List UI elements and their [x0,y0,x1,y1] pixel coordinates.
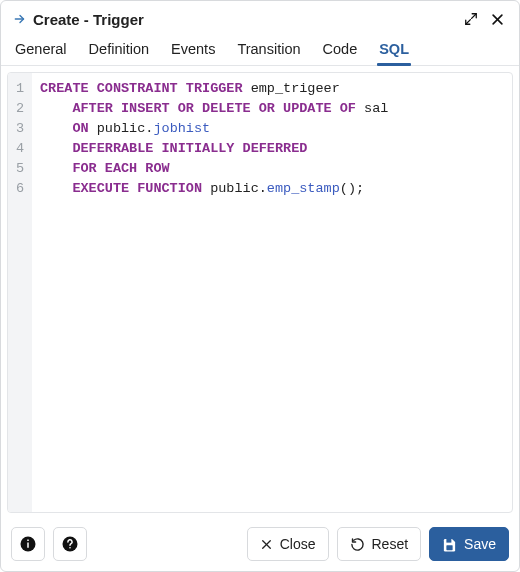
line-gutter: 123456 [8,73,32,512]
help-button[interactable] [53,527,87,561]
tab-definition[interactable]: Definition [89,35,149,65]
close-icon [260,538,273,551]
expand-button[interactable] [461,9,481,29]
tab-events[interactable]: Events [171,35,215,65]
svg-rect-6 [27,543,29,548]
line-number: 2 [14,99,24,119]
arrow-right-icon [13,12,27,26]
code-line: CREATE CONSTRAINT TRIGGER emp_trigeer [40,79,504,99]
svg-rect-13 [446,545,452,550]
create-trigger-dialog: Create - Trigger GeneralDefinitionEvents… [0,0,520,572]
save-icon [442,537,457,552]
svg-point-9 [69,547,71,549]
line-number: 5 [14,159,24,179]
code-line: AFTER INSERT OR DELETE OR UPDATE OF sal [40,99,504,119]
line-number: 6 [14,179,24,199]
svg-line-1 [472,14,477,19]
svg-rect-7 [27,540,29,542]
close-label: Close [280,536,316,552]
tab-code[interactable]: Code [323,35,358,65]
tabs: GeneralDefinitionEventsTransitionCodeSQL [1,35,519,66]
close-window-button[interactable] [487,9,507,29]
save-button[interactable]: Save [429,527,509,561]
reset-icon [350,537,365,552]
sql-editor[interactable]: 123456 CREATE CONSTRAINT TRIGGER emp_tri… [7,72,513,513]
close-button[interactable]: Close [247,527,329,561]
footer: Close Reset Save [1,519,519,571]
tab-general[interactable]: General [15,35,67,65]
tab-transition[interactable]: Transition [237,35,300,65]
code-line: DEFERRABLE INITIALLY DEFERRED [40,139,504,159]
tab-sql[interactable]: SQL [379,35,409,65]
reset-label: Reset [372,536,409,552]
save-label: Save [464,536,496,552]
svg-line-2 [466,20,471,25]
dialog-title: Create - Trigger [33,11,144,28]
reset-button[interactable]: Reset [337,527,422,561]
line-number: 3 [14,119,24,139]
code-line: FOR EACH ROW [40,159,504,179]
code-line: ON public.jobhist [40,119,504,139]
line-number: 1 [14,79,24,99]
code-line: EXECUTE FUNCTION public.emp_stamp(); [40,179,504,199]
titlebar: Create - Trigger [1,1,519,35]
svg-rect-12 [446,538,451,542]
line-number: 4 [14,139,24,159]
info-button[interactable] [11,527,45,561]
code-area[interactable]: CREATE CONSTRAINT TRIGGER emp_trigeer AF… [32,73,512,512]
